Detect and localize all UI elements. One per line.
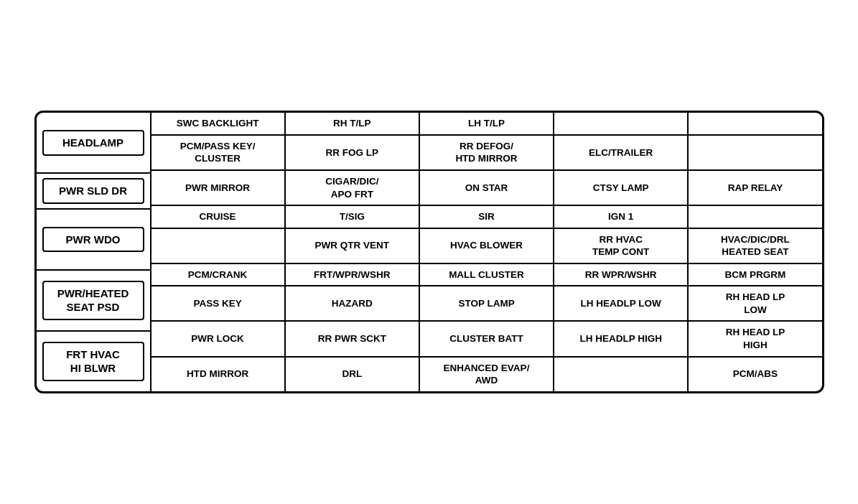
left-column: HEADLAMPPWR SLD DRPWR WDOPWR/HEATED SEAT… bbox=[37, 113, 151, 391]
grid-cell-pwr-lock: PWR LOCK bbox=[151, 322, 286, 355]
grid-cell-empty2 bbox=[689, 113, 821, 134]
grid-cell-pwr-qtr-vent: PWR QTR VENT bbox=[286, 229, 420, 263]
grid-cell-elc-trailer: ELC/TRAILER bbox=[554, 136, 689, 169]
grid-cell-lh-tlp: LH T/LP bbox=[420, 113, 554, 134]
grid-row-row8: PWR LOCKRR PWR SCKTCLUSTER BATTLH HEADLP… bbox=[151, 322, 822, 357]
grid-cell-sir: SIR bbox=[420, 206, 554, 228]
grid-row-row6: PCM/CRANKFRT/WPR/WSHRMALL CLUSTERRR WPR/… bbox=[151, 264, 822, 287]
grid-cell-pwr-mirror: PWR MIRROR bbox=[151, 171, 286, 205]
grid-row-row5: PWR QTR VENTHVAC BLOWERRR HVAC TEMP CONT… bbox=[151, 229, 822, 264]
grid-cell-rap-relay: RAP RELAY bbox=[689, 171, 821, 205]
grid-cell-empty4 bbox=[689, 206, 821, 228]
grid-row-row1: SWC BACKLIGHTRH T/LPLH T/LP bbox=[151, 113, 822, 136]
grid-cell-rr-pwr-sckt: RR PWR SCKT bbox=[286, 322, 420, 355]
grid-cell-pass-key: PASS KEY bbox=[151, 286, 286, 320]
grid-cell-swc-backlight: SWC BACKLIGHT bbox=[151, 113, 286, 134]
right-grid: SWC BACKLIGHTRH T/LPLH T/LPPCM/PASS KEY/… bbox=[151, 113, 822, 391]
grid-cell-t-sig: T/SIG bbox=[286, 206, 420, 228]
grid-cell-cruise: CRUISE bbox=[151, 206, 286, 228]
grid-cell-pcm-abs: PCM/ABS bbox=[689, 358, 821, 391]
grid-cell-ign1: IGN 1 bbox=[554, 206, 689, 228]
left-cell-pwr-heated-seat-psd: PWR/HEATED SEAT PSD bbox=[37, 271, 150, 332]
grid-row-row2: PCM/PASS KEY/ CLUSTERRR FOG LPRR DEFOG/ … bbox=[151, 136, 822, 171]
left-cell-pwr-wdo: PWR WDO bbox=[37, 210, 150, 271]
left-label-pwr-heated-seat-psd: PWR/HEATED SEAT PSD bbox=[42, 281, 144, 320]
grid-cell-rh-tlp: RH T/LP bbox=[286, 113, 420, 134]
grid-cell-rh-head-lp-high: RH HEAD LP HIGH bbox=[689, 322, 821, 355]
grid-cell-rr-hvac-temp-cont: RR HVAC TEMP CONT bbox=[554, 229, 689, 263]
grid-row-row9: HTD MIRRORDRLENHANCED EVAP/ AWDPCM/ABS bbox=[151, 358, 822, 391]
grid-cell-empty1 bbox=[554, 113, 689, 134]
grid-cell-pcm-crank: PCM/CRANK bbox=[151, 264, 286, 286]
grid-cell-stop-lamp: STOP LAMP bbox=[420, 286, 554, 320]
grid-cell-drl: DRL bbox=[286, 358, 420, 391]
fuse-table: HEADLAMPPWR SLD DRPWR WDOPWR/HEATED SEAT… bbox=[34, 111, 824, 393]
grid-cell-hazard: HAZARD bbox=[286, 286, 420, 320]
grid-cell-frt-wpr-wshr: FRT/WPR/WSHR bbox=[286, 264, 420, 286]
grid-cell-empty6 bbox=[554, 358, 689, 391]
grid-cell-hvac-blower: HVAC BLOWER bbox=[420, 229, 554, 263]
grid-cell-bcm-prgrm: BCM PRGRM bbox=[689, 264, 821, 286]
grid-cell-pcm-pass-key-cluster: PCM/PASS KEY/ CLUSTER bbox=[151, 136, 286, 169]
grid-cell-empty3 bbox=[689, 136, 821, 169]
grid-cell-hvac-dic-drl-heated-seat: HVAC/DIC/DRL HEATED SEAT bbox=[689, 229, 821, 263]
left-label-pwr-sld-dr: PWR SLD DR bbox=[42, 178, 144, 204]
left-label-pwr-wdo: PWR WDO bbox=[42, 227, 144, 253]
grid-cell-cigar-dic-apo-frt: CIGAR/DIC/ APO FRT bbox=[286, 171, 420, 205]
grid-cell-lh-headlp-high: LH HEADLP HIGH bbox=[554, 322, 689, 355]
grid-row-row4: CRUISET/SIGSIRIGN 1 bbox=[151, 206, 822, 229]
grid-row-row7: PASS KEYHAZARDSTOP LAMPLH HEADLP LOWRH H… bbox=[151, 286, 822, 322]
grid-cell-on-star: ON STAR bbox=[420, 171, 554, 205]
grid-cell-rr-fog-lp: RR FOG LP bbox=[286, 136, 420, 169]
left-cell-frt-hvac-hi-blwr: FRT HVAC HI BLWR bbox=[37, 332, 150, 391]
grid-cell-lh-headlp-low: LH HEADLP LOW bbox=[554, 286, 689, 320]
grid-cell-mall-cluster: MALL CLUSTER bbox=[420, 264, 554, 286]
grid-cell-empty5 bbox=[151, 229, 286, 263]
grid-cell-ctsy-lamp: CTSY LAMP bbox=[554, 171, 689, 205]
left-cell-pwr-sld-dr: PWR SLD DR bbox=[37, 174, 150, 210]
grid-cell-cluster-batt: CLUSTER BATT bbox=[420, 322, 554, 355]
grid-cell-enhanced-evap-awd: ENHANCED EVAP/ AWD bbox=[420, 358, 554, 391]
grid-cell-htd-mirror: HTD MIRROR bbox=[151, 358, 286, 391]
grid-row-row3: PWR MIRRORCIGAR/DIC/ APO FRTON STARCTSY … bbox=[151, 171, 822, 206]
left-label-frt-hvac-hi-blwr: FRT HVAC HI BLWR bbox=[42, 342, 144, 381]
left-label-headlamp: HEADLAMP bbox=[42, 130, 144, 156]
left-cell-headlamp: HEADLAMP bbox=[37, 113, 150, 174]
grid-cell-rh-head-lp-low: RH HEAD LP LOW bbox=[689, 286, 821, 320]
grid-cell-rr-wpr-wshr: RR WPR/WSHR bbox=[554, 264, 689, 286]
grid-cell-rr-defog-htd-mirror: RR DEFOG/ HTD MIRROR bbox=[420, 136, 554, 169]
